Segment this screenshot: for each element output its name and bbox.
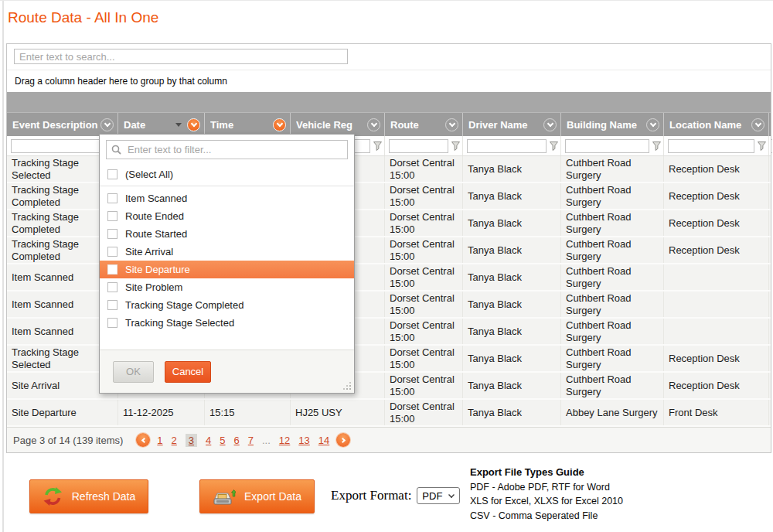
cell-location: Reception Desk [664,183,769,209]
column-filter-input-partial[interactable] [771,139,772,153]
filter-option[interactable]: Tracking Stage Selected [100,314,354,332]
filter-option-select-all[interactable]: (Select All) [100,165,354,183]
checkbox-unchecked-icon[interactable] [107,282,117,292]
popup-filter-input[interactable] [126,143,342,156]
cell-text: Tracking Stage Selected [12,157,113,182]
filter-funnel-icon[interactable] [373,142,382,151]
cell-location: Reception Desk [664,346,769,371]
cell-text: Reception Desk [669,380,740,392]
ok-button[interactable]: OK [113,361,154,383]
column-filter-button[interactable] [751,118,764,131]
cell-text: Dorset Central 15:00 [390,184,458,209]
column-filter-input-route[interactable] [389,139,448,153]
column-filter-button[interactable] [543,118,557,131]
cell-location: Reception Desk [664,237,769,263]
column-header-route[interactable]: Route [385,113,463,136]
cell-text: Tanya Black [468,326,522,338]
export-button-label: Export Data [244,490,301,503]
cell-text: Reception Desk [669,217,740,230]
popup-footer: OK Cancel [100,350,354,393]
export-format-select[interactable]: PDF [417,487,460,504]
column-header-building-name[interactable]: Building Name [561,113,664,136]
filter-option[interactable]: Site Problem [100,278,354,296]
cell-text: Tanya Black [468,190,522,203]
filter-option[interactable]: Tracking Stage Completed [100,296,354,314]
refresh-data-button[interactable]: Refresh Data [29,479,148,513]
checkbox-unchecked-icon[interactable] [107,247,117,257]
pager-pages: 1234567...121314 [157,434,329,447]
column-filter-button[interactable] [367,118,380,131]
page-link-7[interactable]: 7 [248,435,254,446]
cell-location: Reception Desk [664,156,769,182]
page-link-6[interactable]: 6 [234,435,240,446]
cell-text: Tracking Stage Completed [12,184,113,209]
filter-funnel-icon[interactable] [758,142,766,151]
cell-text: Reception Desk [669,353,740,365]
cell-building: Cuthbert Road Surgery [561,237,664,263]
group-by-panel[interactable]: Drag a column header here to group by th… [7,70,771,92]
cell-route: Dorset Central 15:00 [385,210,463,236]
column-header-row: Event DescriptionDateTimeVehicle RegRout… [7,113,771,136]
cell-route: Dorset Central 15:00 [385,156,463,182]
checkbox-unchecked-icon[interactable] [107,300,117,310]
cell-route: Dorset Central 15:00 [385,237,463,263]
checkbox-unchecked-icon[interactable] [107,264,117,275]
cell-date: 11-12-2025 [118,400,205,425]
cell-text: Site Arrival [12,380,60,392]
checkbox-unchecked-icon[interactable] [107,193,117,203]
export-guide: Export File Types Guide PDF - Adobe PDF,… [470,466,623,523]
filter-funnel-icon[interactable] [550,142,558,151]
column-header-label: Vehicle Reg [296,119,367,131]
cell-route: Dorset Central 15:00 [385,183,463,209]
column-filter-button[interactable] [187,118,200,131]
column-header-location-name[interactable]: Location Name [664,113,769,136]
column-filter-input-event-description[interactable] [11,139,104,153]
cell-text: Dorset Central 15:00 [390,238,458,263]
filter-option-highlighted[interactable]: Site Departure [100,261,354,278]
column-header-vehicle-reg[interactable]: Vehicle Reg [291,113,385,136]
filter-option[interactable]: Route Ended [100,207,354,225]
table-row[interactable]: Site Departure11-12-202515:15HJ25 USYDor… [7,400,771,427]
pager-next-button[interactable] [336,433,350,447]
column-header-driver-name[interactable]: Driver Name [463,113,561,136]
column-filter-button[interactable] [646,118,659,131]
page-link-4[interactable]: 4 [206,435,211,446]
column-filter-input-driver-name[interactable] [467,139,547,153]
checkbox-unchecked-icon[interactable] [107,229,117,239]
page-link-12[interactable]: 12 [279,435,290,446]
page-link-1[interactable]: 1 [157,435,162,446]
page-link-13[interactable]: 13 [298,435,309,446]
resize-grip-icon[interactable] [343,382,351,390]
cell-driver: Tanya Black [463,210,561,236]
column-filter-button[interactable] [445,118,458,131]
column-header-date[interactable]: Date [118,113,205,136]
cancel-button[interactable]: Cancel [165,361,211,383]
pager-prev-button[interactable] [136,433,150,447]
export-data-button[interactable]: Export Data [199,479,315,513]
checkbox-unchecked-icon[interactable] [107,318,117,328]
column-header-time[interactable]: Time [205,113,291,136]
cell-text: 15:15 [209,407,235,419]
chevron-down-icon [448,492,455,498]
column-filter-button[interactable] [100,118,114,131]
page-link-3[interactable]: 3 [186,434,197,447]
checkbox-unchecked-icon[interactable] [107,169,117,179]
chevron-down-icon [649,120,656,126]
cell-text: Tanya Black [468,271,522,284]
page-link-14[interactable]: 14 [318,435,329,446]
page-link-2[interactable]: 2 [172,435,177,446]
column-filter-input-location-name[interactable] [668,139,754,153]
cell-text: Reception Desk [669,163,740,176]
filter-option[interactable]: Site Arrival [100,243,354,261]
checkbox-unchecked-icon[interactable] [107,211,117,221]
column-header-event-description[interactable]: Event Description [7,113,118,136]
search-input[interactable] [14,49,348,64]
column-filter-button[interactable] [273,118,286,131]
filter-option[interactable]: Item Scanned [100,189,354,207]
chevron-down-icon [104,120,110,126]
page-link-5[interactable]: 5 [220,435,225,446]
filter-funnel-icon[interactable] [652,142,661,151]
column-filter-input-building-name[interactable] [565,139,649,153]
filter-funnel-icon[interactable] [451,142,460,151]
filter-option[interactable]: Route Started [100,225,354,243]
